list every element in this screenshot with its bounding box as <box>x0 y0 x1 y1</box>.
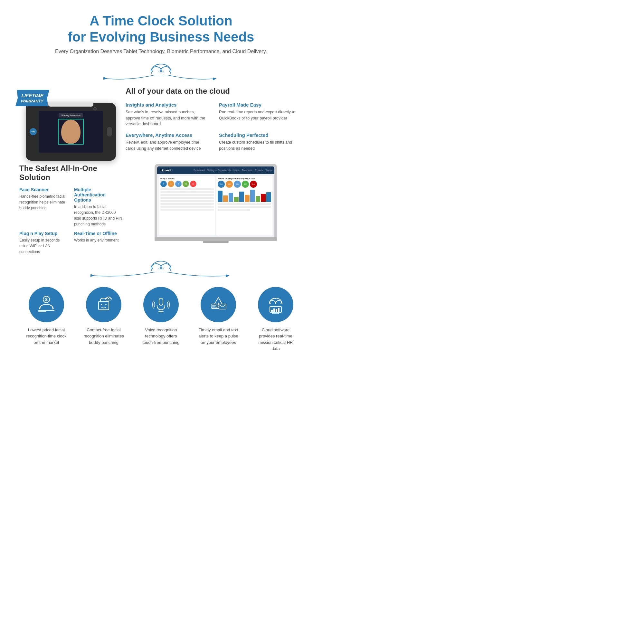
alert-email-icon: ! <box>209 295 228 314</box>
laptop-nav-settings: Settings <box>207 169 215 171</box>
feature-scheduling: Scheduling Perfected Create custom sched… <box>219 132 303 152</box>
svg-text:((·)): ((·)) <box>158 267 164 270</box>
laptop-stand <box>203 241 229 243</box>
laptop-panel-chart: Hours by Department by Pay Code 550 100 … <box>216 176 272 235</box>
safe-feature-face-desc: Hands-free biometric facial recognition … <box>19 194 68 211</box>
safe-feature-multi-auth-title: Multiple Authentication Options <box>74 187 122 203</box>
svg-rect-19 <box>159 298 163 305</box>
icon-feature-lowest-price-text: Lowest priced facial recognition time cl… <box>25 327 67 346</box>
icon-feature-lowest-price: $ Lowest priced facial recognition time … <box>19 287 73 346</box>
icon-feature-cloud-hr-text: Cloud software provides real-time missio… <box>255 327 297 352</box>
icon-feature-voice: Voice recognition technology offers touc… <box>134 287 188 346</box>
device-light-bar <box>48 103 93 107</box>
icon-feature-contact-free: Contact-free facial recognition eliminat… <box>77 287 131 346</box>
device-frame: uA Stacey Adamson <box>26 103 116 161</box>
icon-feature-contact-free-text: Contact-free facial recognition eliminat… <box>83 327 125 346</box>
laptop-chart <box>218 189 271 202</box>
device-name-label: Stacey Adamson <box>59 113 83 118</box>
laptop-nav-status: Status <box>265 169 272 171</box>
page-wrapper: A Time Clock Solution for Evolving Busin… <box>0 0 322 368</box>
device-column: LIFETIME WARRANTY uA Stacey Adamson <box>19 83 116 161</box>
safe-feature-realtime-desc: Works in any environment <box>74 237 122 243</box>
middle-section: LIFETIME WARRANTY uA Stacey Adamson <box>19 83 303 161</box>
svg-rect-34 <box>276 309 277 312</box>
svg-point-13 <box>101 304 102 305</box>
feature-scheduling-desc: Create custom schedules to fill shifts a… <box>219 139 303 152</box>
feature-payroll: Payroll Made Easy Run real-time reports … <box>219 102 303 127</box>
laptop-base <box>155 237 277 241</box>
laptop-header-bar: uAttend Dashboard Settings Departments U… <box>157 166 274 174</box>
svg-rect-23 <box>219 304 226 309</box>
cloud-features-column: All of your data on the cloud Insights a… <box>126 83 303 152</box>
laptop-column: uAttend Dashboard Settings Departments U… <box>129 164 303 243</box>
icon-feature-cloud-hr: Cloud software provides real-time missio… <box>249 287 303 352</box>
safe-feature-plugnplay-title: Plug n Play Setup <box>19 231 68 236</box>
safe-text-column: The Safest All-In-One Solution Face Scan… <box>19 164 122 255</box>
alert-email-icon-circle: ! <box>201 287 236 322</box>
face-scan-box <box>58 119 84 145</box>
laptop-frame: uAttend Dashboard Settings Departments U… <box>155 164 277 241</box>
laptop-panel-chart-title: Hours by Department by Pay Code <box>218 177 271 180</box>
feature-scheduling-title: Scheduling Perfected <box>219 132 303 138</box>
safe-feature-multi-auth-desc: In addition to facial recognition, the D… <box>74 204 122 227</box>
laptop-nav-dashboard: Dashboard <box>194 169 204 171</box>
feature-payroll-desc: Run real-time reports and export directl… <box>219 109 303 121</box>
svg-point-14 <box>105 304 107 305</box>
dollar-hands-icon-circle: $ <box>29 287 64 322</box>
feature-insights-desc: See who's in, resolve missed punches, ap… <box>126 109 209 127</box>
face-cloud-icon-circle <box>86 287 121 322</box>
page-header: A Time Clock Solution for Evolving Busin… <box>19 13 303 54</box>
laptop-nav-timecards: Timecards <box>242 169 252 171</box>
icon-feature-alerts-text: Timely email and text alerts to keep a p… <box>197 327 239 346</box>
laptop-nav-reports: Reports <box>255 169 263 171</box>
cloud-chart-icon-circle <box>258 287 293 322</box>
safe-feature-face-title: Face Scanner <box>19 187 68 192</box>
page-title: A Time Clock Solution for Evolving Busin… <box>19 13 303 45</box>
safe-features-grid: Face Scanner Hands-free biometric facial… <box>19 187 122 255</box>
cloud-connector-top: ((·)) <box>19 61 303 80</box>
lifetime-badge: LIFETIME WARRANTY <box>15 90 50 106</box>
svg-rect-12 <box>99 301 109 310</box>
safe-feature-face: Face Scanner Hands-free biometric facial… <box>19 187 68 227</box>
laptop-nav: Dashboard Settings Departments Users Tim… <box>194 169 272 171</box>
device-sensor <box>107 127 112 137</box>
feature-access-title: Everywhere, Anytime Access <box>126 132 209 138</box>
laptop-content: Punch Status 7 1 3 21 12 <box>157 174 274 237</box>
safe-feature-realtime-title: Real-Time or Offline <box>74 231 122 236</box>
feature-access: Everywhere, Anytime Access Review, edit,… <box>126 132 209 152</box>
microphone-icon <box>151 295 171 314</box>
safe-section: The Safest All-In-One Solution Face Scan… <box>19 164 303 255</box>
laptop-screen: uAttend Dashboard Settings Departments U… <box>157 166 274 237</box>
svg-rect-24 <box>211 304 217 308</box>
device-camera <box>93 107 97 110</box>
face-cloud-icon <box>94 295 113 314</box>
svg-rect-32 <box>271 310 273 312</box>
laptop-nav-departments: Departments <box>218 169 231 171</box>
svg-text:((·)): ((·)) <box>158 70 164 73</box>
cloud-features-grid: Insights and Analytics See who's in, res… <box>126 102 303 152</box>
feature-payroll-title: Payroll Made Easy <box>219 102 303 108</box>
laptop-panel-punch: Punch Status 7 1 3 21 12 <box>159 176 215 235</box>
laptop-panel-punch-title: Punch Status <box>160 177 214 180</box>
safe-section-title: The Safest All-In-One Solution <box>19 164 122 182</box>
feature-insights: Insights and Analytics See who's in, res… <box>126 102 209 127</box>
laptop-brand: uAttend <box>160 169 171 172</box>
safe-feature-realtime: Real-Time or Offline Works in any enviro… <box>74 231 122 255</box>
device-screen: Stacey Adamson <box>39 111 103 153</box>
cloud-chart-icon <box>266 295 285 314</box>
svg-rect-33 <box>273 308 275 312</box>
cloud-connector-bottom: ((·)) <box>19 258 303 277</box>
feature-insights-title: Insights and Analytics <box>126 102 209 108</box>
laptop-nav-users: Users <box>233 169 239 171</box>
safe-feature-plugnplay-desc: Easily setup in seconds using WiFi or LA… <box>19 237 68 255</box>
safe-feature-plugnplay: Plug n Play Setup Easily setup in second… <box>19 231 68 255</box>
page-subtitle: Every Organization Deserves Tablet Techn… <box>19 49 303 54</box>
svg-text:$: $ <box>45 297 48 302</box>
safe-feature-multi-auth: Multiple Authentication Options In addit… <box>74 187 122 227</box>
device-logo: uA <box>30 128 37 135</box>
icon-feature-voice-text: Voice recognition technology offers touc… <box>140 327 182 346</box>
cloud-section-title: All of your data on the cloud <box>126 87 303 96</box>
feature-access-desc: Review, edit, and approve employee time … <box>126 139 209 152</box>
microphone-icon-circle <box>143 287 179 322</box>
bottom-icons-row: $ Lowest priced facial recognition time … <box>19 287 303 352</box>
